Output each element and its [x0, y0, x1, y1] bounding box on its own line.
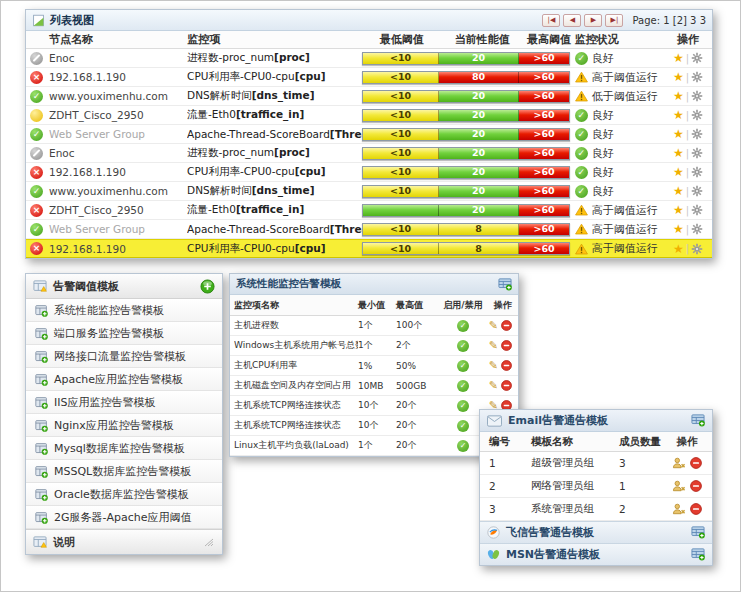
edit-pencil-icon[interactable]: ✎: [489, 320, 498, 331]
enabled-icon[interactable]: ✓: [457, 420, 469, 432]
settings-gear-icon[interactable]: [691, 128, 703, 140]
monitor-item-tag: [dns_time]: [252, 184, 315, 196]
enabled-icon[interactable]: ✓: [457, 400, 469, 412]
favorite-star-icon[interactable]: ★: [673, 166, 684, 178]
min-threshold-cell: <10: [363, 91, 439, 102]
add-template-button[interactable]: [200, 279, 215, 294]
email-template-row[interactable]: 2网络管理员组1: [480, 475, 712, 498]
enabled-icon[interactable]: ✓: [457, 360, 469, 372]
edit-members-icon[interactable]: [672, 503, 686, 515]
favorite-star-icon[interactable]: ★: [673, 109, 684, 121]
settings-gear-icon[interactable]: [691, 52, 703, 64]
max-value: 100个: [396, 319, 440, 332]
perf-row[interactable]: Linux主机平均负载(laLoad)1个20个✓✎: [230, 436, 518, 456]
settings-gear-icon[interactable]: [691, 166, 703, 178]
template-item-nginx[interactable]: Nginx应用监控告警模板: [26, 414, 222, 437]
table-row[interactable]: ×192.168.1.190 CPU利用率-CPU0-cpu[cpu] <102…: [26, 163, 712, 182]
table-row[interactable]: ×ZDHT_Cisco_2950 流量-Eth0[traffice_in] 20…: [26, 201, 712, 220]
favorite-star-icon[interactable]: ★: [673, 71, 684, 83]
favorite-star-icon[interactable]: ★: [673, 90, 684, 102]
table-row[interactable]: ✓www.youximenhu.com DNS解析时间[dns_time] <1…: [26, 87, 712, 106]
delete-minus-icon[interactable]: [501, 320, 512, 331]
enabled-icon[interactable]: ✓: [457, 440, 469, 452]
enabled-icon[interactable]: ✓: [457, 320, 469, 332]
template-item-mysql[interactable]: Mysql数据库监控告警模板: [26, 437, 222, 460]
template-item-iis[interactable]: IIS应用监控告警模板: [26, 391, 222, 414]
template-item-network-traffic[interactable]: 网络接口流量监控告警模板: [26, 345, 222, 368]
email-template-row[interactable]: 1超级管理员组3: [480, 452, 712, 475]
first-page-button[interactable]: |◀: [542, 14, 560, 27]
favorite-star-icon[interactable]: ★: [673, 243, 684, 255]
edit-pencil-icon[interactable]: ✎: [489, 340, 498, 351]
next-page-button[interactable]: ▶: [584, 14, 602, 27]
edit-pencil-icon[interactable]: ✎: [489, 380, 498, 391]
description-bar[interactable]: 说明: [26, 529, 222, 554]
table-row[interactable]: Enoc 进程数-proc_num[proc] <1020>60 ✓良好 ★|: [26, 49, 712, 68]
table-row[interactable]: ZDHT_Cisco_2950 流量-Eth0[traffice_in] <10…: [26, 106, 712, 125]
template-item-oracle[interactable]: Oracle数据库监控告警模板: [26, 483, 222, 506]
add-to-table-button[interactable]: [691, 414, 705, 427]
last-page-button[interactable]: ▶|: [605, 14, 623, 27]
perf-row[interactable]: 主机CPU利用率1%50%✓✎: [230, 356, 518, 376]
table-row[interactable]: Enoc 进程数-proc_num[proc] <1020>60 ✓良好 ★|: [26, 144, 712, 163]
max-threshold-cell: >60: [519, 224, 569, 235]
favorite-star-icon[interactable]: ★: [673, 185, 684, 197]
min-value: 10个: [358, 399, 396, 412]
perf-row[interactable]: 主机磁盘空间及内存空间占用10MB500GB✓✎: [230, 376, 518, 396]
edit-pencil-icon[interactable]: ✎: [489, 360, 498, 371]
status-text: 良好: [592, 108, 614, 123]
delete-minus-icon[interactable]: [690, 503, 702, 515]
delete-minus-icon[interactable]: [690, 480, 702, 492]
table-row[interactable]: ✓Web Server Group Apache-Thread-ScoreBoa…: [26, 125, 712, 144]
add-to-table-button[interactable]: [691, 548, 705, 561]
favorite-star-icon[interactable]: ★: [673, 147, 684, 159]
template-item-label: 系统性能监控告警模板: [54, 303, 164, 318]
template-panel-title: 告警阈值模板: [53, 279, 119, 294]
threshold-bar: <1080>60: [362, 71, 570, 84]
settings-gear-icon[interactable]: [691, 223, 703, 235]
perf-panel-title: 系统性能监控告警模板: [236, 277, 341, 291]
page-indicator[interactable]: Page: 1 [2] 3 3: [632, 15, 706, 26]
delete-minus-icon[interactable]: [501, 340, 512, 351]
settings-gear-icon[interactable]: [691, 109, 703, 121]
settings-gear-icon[interactable]: [691, 243, 703, 255]
favorite-star-icon[interactable]: ★: [673, 128, 684, 140]
table-row[interactable]: ×192.168.1.190 CPU利用率-CPU0-cpu[cpu] <108…: [26, 68, 712, 87]
favorite-star-icon[interactable]: ★: [673, 204, 684, 216]
enabled-icon[interactable]: ✓: [457, 380, 469, 392]
monitor-item-tag: [ThreadW]: [330, 223, 362, 235]
template-item-system-performance[interactable]: 系统性能监控告警模板: [26, 299, 222, 322]
edit-members-icon[interactable]: [672, 480, 686, 492]
template-item-port-service[interactable]: 端口服务监控告警模板: [26, 322, 222, 345]
perf-row[interactable]: 主机系统TCP网络连接状态10个20个✓✎: [230, 396, 518, 416]
add-to-table-button[interactable]: [691, 526, 705, 539]
settings-gear-icon[interactable]: [691, 147, 703, 159]
msn-template-bar[interactable]: MSN告警通告模板: [480, 543, 712, 565]
settings-gear-icon[interactable]: [691, 185, 703, 197]
perf-row[interactable]: 主机系统TCP网络连接状态10个20个✓✎: [230, 416, 518, 436]
settings-gear-icon[interactable]: [691, 204, 703, 216]
template-item-2g-apache[interactable]: 2G服务器-Apache应用阈值: [26, 506, 222, 529]
delete-minus-icon[interactable]: [690, 457, 702, 469]
table-row[interactable]: ✓www.youximenhu.com DNS解析时间[dns_time] <1…: [26, 182, 712, 201]
settings-gear-icon[interactable]: [691, 90, 703, 102]
current-value-cell: 20: [439, 53, 519, 64]
favorite-star-icon[interactable]: ★: [673, 52, 684, 64]
email-template-row[interactable]: 3系统管理员组2: [480, 498, 712, 521]
settings-gear-icon[interactable]: [691, 71, 703, 83]
template-item-apache[interactable]: Apache应用监控告警模板: [26, 368, 222, 391]
delete-minus-icon[interactable]: [501, 380, 512, 391]
table-row-selected[interactable]: ×192.168.1.190 CPU利用率-CPU0-cpu[cpu] <108…: [26, 239, 712, 258]
template-item-mssql[interactable]: MSSQL数据库监控告警模板: [26, 460, 222, 483]
favorite-star-icon[interactable]: ★: [673, 223, 684, 235]
delete-minus-icon[interactable]: [501, 360, 512, 371]
prev-page-button[interactable]: ◀: [563, 14, 581, 27]
perf-row[interactable]: Windows主机系统用户帐号总数1个2个✓✎: [230, 336, 518, 356]
enabled-icon[interactable]: ✓: [457, 340, 469, 352]
page-title: 列表视图: [50, 13, 94, 28]
edit-members-icon[interactable]: [672, 457, 686, 469]
feixin-template-bar[interactable]: 飞信告警通告模板: [480, 521, 712, 543]
add-to-table-button[interactable]: [498, 278, 512, 291]
table-row[interactable]: ✓Web Server Group Apache-Thread-ScoreBoa…: [26, 220, 712, 239]
perf-row[interactable]: 主机进程数1个100个✓✎: [230, 316, 518, 336]
